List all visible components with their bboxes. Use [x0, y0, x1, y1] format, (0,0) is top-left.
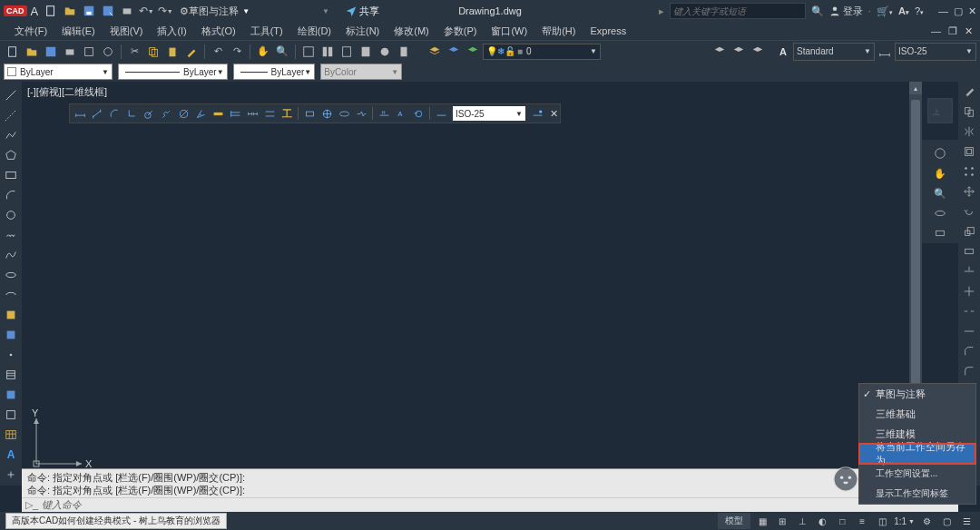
break-icon[interactable]	[958, 301, 980, 321]
ellipsearc-icon[interactable]	[0, 285, 22, 305]
menu-window[interactable]: 窗口(W)	[484, 25, 534, 38]
dim-arc-icon[interactable]	[106, 105, 122, 122]
designcenter-icon[interactable]	[318, 43, 337, 61]
color-combo[interactable]: ByLayer▼	[4, 64, 113, 80]
dim-radius-icon[interactable]	[141, 105, 157, 122]
layer-combo[interactable]: 💡❄🔓■ 0 ▼	[483, 44, 601, 60]
dimstyle-icon[interactable]	[876, 43, 894, 61]
preview-icon[interactable]	[80, 43, 98, 61]
menu-view[interactable]: 视图(V)	[103, 25, 151, 38]
scroll-up-icon[interactable]: ▴	[909, 82, 922, 94]
block-icon[interactable]	[0, 325, 22, 345]
calc-icon[interactable]	[395, 43, 413, 61]
menu-insert[interactable]: 插入(I)	[150, 25, 193, 38]
orbit-icon[interactable]	[934, 203, 946, 223]
lwt-icon[interactable]: ≡	[854, 513, 870, 529]
menu-format[interactable]: 格式(O)	[194, 25, 243, 38]
menu-dimension[interactable]: 标注(N)	[338, 25, 387, 38]
inspect-icon[interactable]	[336, 105, 352, 122]
dim-aligned-icon[interactable]	[89, 105, 105, 122]
extend-icon[interactable]	[958, 281, 980, 301]
maximize-icon[interactable]: ▢	[954, 5, 963, 17]
dimedit-icon[interactable]: H	[376, 105, 392, 122]
xline-icon[interactable]	[0, 105, 22, 125]
share-button[interactable]: 共享	[346, 5, 379, 18]
polar-icon[interactable]: ◐	[814, 513, 830, 529]
copy-icon[interactable]	[144, 43, 162, 61]
save-icon[interactable]	[80, 2, 98, 20]
ctx-sketch[interactable]: 草图与注释	[859, 384, 975, 404]
app-icon[interactable]: A▾	[898, 5, 909, 16]
linetype-combo[interactable]: ByLayer▼	[118, 64, 228, 80]
publish-icon[interactable]	[99, 43, 117, 61]
scale-icon[interactable]	[958, 221, 980, 241]
array-icon[interactable]	[958, 162, 980, 182]
save-icon[interactable]	[42, 43, 60, 61]
snap-icon[interactable]: ⊞	[774, 513, 790, 529]
standard-combo[interactable]: Standard▼	[793, 43, 875, 61]
dim-quick-icon[interactable]	[210, 105, 226, 122]
menu-file[interactable]: 文件(F)	[7, 25, 54, 38]
paste-icon[interactable]	[163, 43, 181, 61]
help-icon[interactable]: ?▾	[915, 5, 924, 16]
search-icon[interactable]: 🔍	[811, 5, 824, 17]
dim-angular-icon[interactable]	[192, 105, 209, 122]
redo-icon[interactable]: ↷▼	[156, 2, 174, 20]
rotate-icon[interactable]	[958, 201, 980, 221]
dim-continue-icon[interactable]	[244, 105, 260, 122]
cut-icon[interactable]: ✂	[125, 43, 143, 61]
viewport-label[interactable]: [-][俯视][二维线框]	[27, 85, 107, 99]
undo-icon[interactable]: ↶	[209, 43, 227, 61]
fullnav-icon[interactable]	[934, 143, 946, 163]
menu-edit[interactable]: 编辑(E)	[54, 25, 103, 38]
matchprop-icon[interactable]	[182, 43, 201, 61]
scale-display[interactable]: 1:1▼	[894, 516, 915, 526]
mtext-icon[interactable]: A	[0, 445, 22, 465]
dim-break-icon[interactable]: 工	[279, 105, 295, 122]
redo-icon[interactable]: ↷	[228, 43, 246, 61]
showmo-icon[interactable]	[934, 223, 946, 243]
copy-obj-icon[interactable]	[958, 102, 980, 122]
plot-icon[interactable]	[118, 2, 136, 20]
customize-icon[interactable]: ☰	[958, 513, 975, 529]
dimstyle-combo[interactable]: ISO-25▼	[453, 106, 525, 121]
chamfer-icon[interactable]	[958, 341, 980, 361]
layer-iso-icon[interactable]	[749, 43, 767, 61]
lineweight-combo[interactable]: ByLayer▼	[233, 64, 316, 80]
app-menu-a[interactable]: A	[31, 5, 39, 18]
saveas-icon[interactable]	[99, 2, 117, 20]
layer-states-icon[interactable]	[445, 43, 463, 61]
close-icon[interactable]: ✕	[968, 5, 976, 17]
chevron-down-icon[interactable]: ▼	[322, 7, 329, 15]
menu-express[interactable]: Express	[583, 25, 633, 36]
stretch-icon[interactable]	[958, 241, 980, 261]
layer-make-icon[interactable]	[710, 43, 729, 61]
toolpalette-icon[interactable]	[338, 43, 356, 61]
dimtedit-icon[interactable]: A	[393, 105, 409, 122]
menu-param[interactable]: 参数(P)	[436, 25, 485, 38]
ctx-showtag[interactable]: 显示工作空间标签	[859, 484, 975, 504]
revcloud-icon[interactable]	[0, 225, 22, 245]
addselect-icon[interactable]	[0, 465, 22, 485]
new-icon[interactable]	[42, 2, 60, 20]
undo-icon[interactable]: ↶▼	[137, 2, 155, 20]
dim-linear-icon[interactable]	[72, 105, 88, 122]
doc-minimize-icon[interactable]: ―	[931, 25, 941, 37]
ctx-saveas[interactable]: 将当前工作空间另存为...	[859, 444, 975, 464]
arc-icon[interactable]	[0, 185, 22, 205]
toolbar-close-icon[interactable]: ✕	[550, 108, 558, 120]
rectangle-icon[interactable]	[0, 165, 22, 185]
print-icon[interactable]	[61, 43, 79, 61]
plotstyle-combo[interactable]: ByColor▼	[320, 64, 402, 80]
search-input[interactable]	[670, 3, 806, 19]
model-tab[interactable]: 模型	[718, 513, 750, 529]
menu-tools[interactable]: 工具(T)	[243, 25, 290, 38]
dim-ordinate-icon[interactable]	[123, 105, 140, 122]
login-button[interactable]: 登录	[829, 5, 863, 18]
chevron-right-icon[interactable]: ▸	[659, 5, 664, 17]
minimize-icon[interactable]: ―	[938, 5, 948, 17]
iso-combo[interactable]: ISO-25▼	[895, 43, 976, 61]
transparency-icon[interactable]: ◫	[874, 513, 890, 529]
erase-icon[interactable]	[958, 82, 980, 102]
grid-icon[interactable]: ▦	[754, 513, 770, 529]
